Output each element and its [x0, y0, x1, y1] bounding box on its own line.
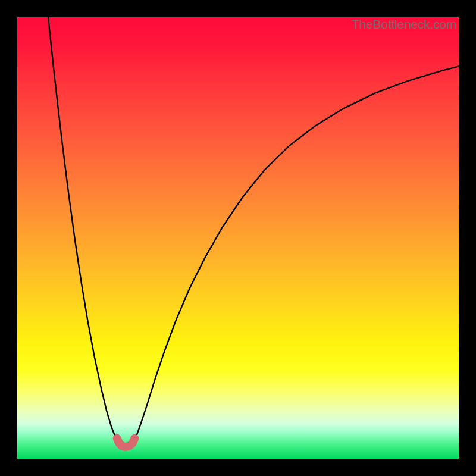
plot-background-gradient [17, 17, 459, 459]
chart-frame: TheBottleneck.com [0, 0, 476, 476]
